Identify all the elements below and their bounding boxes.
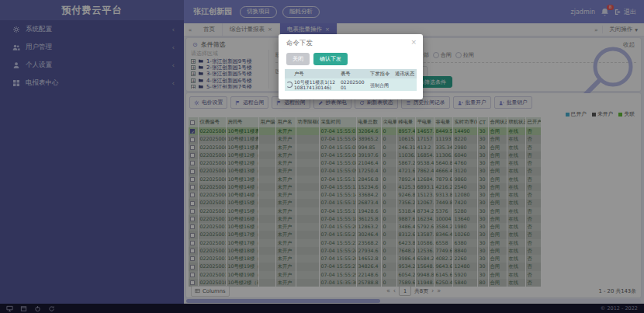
account-cell: 10号楼11楼表1(12108174130146) <box>293 78 339 91</box>
command-cell: 强制合闸 <box>369 78 393 91</box>
modal-column-header-0: 户号 <box>293 69 339 78</box>
command-table: 户号表号下发指令通讯状态 10号楼11楼表1(12108174130146) 0… <box>285 69 417 91</box>
app-root: 预付费云平台 系统配置‹用户管理‹个人设置‹电报表中心‹ 张江创新园 切换项目 … <box>0 0 644 313</box>
dialog-close-button[interactable]: 关闭 <box>286 53 310 65</box>
loading-icon <box>286 82 293 88</box>
spinner-column-header <box>285 69 293 78</box>
comm-status-cell <box>393 78 417 91</box>
command-dialog: 命令下发 × 关闭 确认下发 户号表号下发指令通讯状态 10号楼11楼表1(12… <box>279 34 423 99</box>
modal-column-header-2: 下发指令 <box>369 69 393 78</box>
command-row: 10号楼11楼表1(12108174130146) 0220250001 强制合… <box>285 78 417 91</box>
confirm-send-button[interactable]: 确认下发 <box>313 53 348 65</box>
modal-column-header-3: 通讯状态 <box>393 69 417 78</box>
close-icon[interactable]: × <box>410 38 417 46</box>
meter-cell: 0220250001 <box>339 78 369 91</box>
modal-column-header-1: 表号 <box>339 69 369 78</box>
dialog-title: 命令下发 <box>279 34 423 48</box>
